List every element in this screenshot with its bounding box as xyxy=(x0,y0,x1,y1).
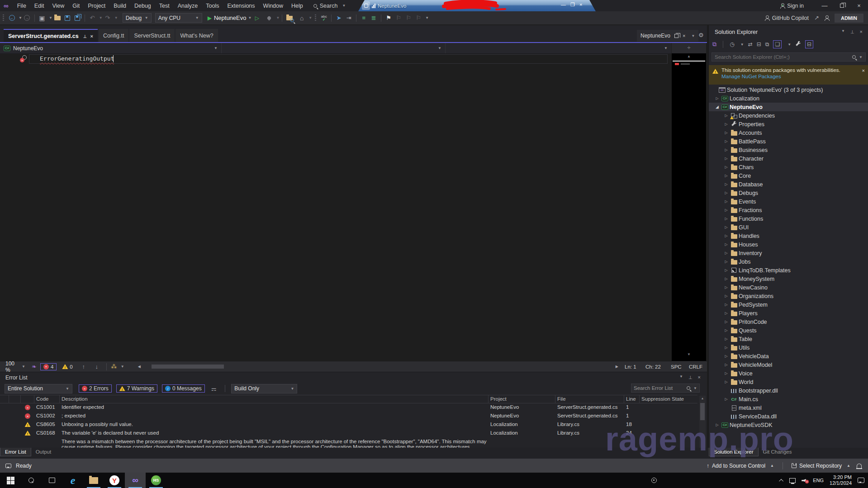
share-icon[interactable]: ↗ xyxy=(814,14,819,21)
expander-icon[interactable]: ▷ xyxy=(723,346,729,350)
tree-item-battlepass[interactable]: ▷BattlePass xyxy=(709,137,868,146)
scroll-up-icon[interactable]: ▲ xyxy=(672,54,706,58)
bookmark-button[interactable]: ⚑ xyxy=(384,13,393,23)
scrollbar-thumb[interactable] xyxy=(700,403,705,420)
expander-icon[interactable]: ▷ xyxy=(723,156,729,161)
tree-item-accounts[interactable]: ▷Accounts xyxy=(709,128,868,137)
panel-tab-output[interactable]: Output xyxy=(31,448,56,456)
expander-icon[interactable]: ▷ xyxy=(723,363,729,367)
editor-settings-gear-icon[interactable]: ⚙ xyxy=(698,32,704,38)
expander-icon[interactable]: ▷ xyxy=(723,225,729,229)
menu-view[interactable]: View xyxy=(48,3,68,9)
scope-combobox[interactable]: Entire Solution ▼ xyxy=(5,384,72,393)
file-explorer-button[interactable] xyxy=(83,473,104,488)
expander-icon[interactable]: ▷ xyxy=(723,294,729,298)
notifications-bell-icon[interactable] xyxy=(857,464,862,468)
menu-file[interactable]: File xyxy=(13,3,30,9)
tab-list-dropdown-icon[interactable]: ▼ xyxy=(691,34,695,38)
window-position-dropdown-icon[interactable]: ▼ xyxy=(679,374,683,380)
tree-item-chars[interactable]: ▷Chars xyxy=(709,163,868,171)
tree-item-world[interactable]: ▷World xyxy=(709,378,868,386)
tree-item-fractions[interactable]: ▷Fractions xyxy=(709,206,868,214)
sync-with-active-document-icon[interactable]: ⇄ xyxy=(748,41,753,47)
tree-item-organizations[interactable]: ▷Organizations xyxy=(709,292,868,300)
overlay-close-button[interactable]: × xyxy=(579,2,582,8)
add-to-source-control-button[interactable]: ↑ Add to Source Control ▲ xyxy=(707,463,774,469)
feedback-bubble-icon[interactable] xyxy=(5,464,11,468)
promote-tab-icon[interactable] xyxy=(674,34,678,38)
panel-tab-solution-explorer[interactable]: Solution Explorer xyxy=(709,448,759,456)
start-without-debugging-button[interactable]: ▷ xyxy=(252,13,261,23)
menu-test[interactable]: Test xyxy=(155,3,174,9)
expander-icon[interactable]: ▷ xyxy=(723,148,729,152)
expander-icon[interactable]: ▷ xyxy=(723,337,729,341)
tree-item-neptuneevo[interactable]: ◢C#NeptuneEvo xyxy=(709,103,868,111)
scrollbar-thumb[interactable] xyxy=(152,365,224,369)
solution-explorer-search[interactable]: ▼ xyxy=(711,52,866,62)
expander-icon[interactable]: ▷ xyxy=(723,208,729,212)
expander-icon[interactable]: ▷ xyxy=(723,380,729,384)
expander-icon[interactable]: ▷ xyxy=(723,165,729,169)
tray-app-icon[interactable] xyxy=(651,478,657,483)
tree-item-pritoncode[interactable]: ▷PritonCode xyxy=(709,317,868,326)
feedback-icon[interactable] xyxy=(825,16,829,20)
menu-tools[interactable]: Tools xyxy=(202,3,223,9)
action-center-icon[interactable] xyxy=(858,478,864,483)
warning-indicator[interactable]: 0 xyxy=(62,364,72,370)
undo-button[interactable]: ↶ xyxy=(88,13,97,23)
tree-item-voice[interactable]: ▷Voice xyxy=(709,369,868,378)
header-cell-code[interactable]: Code xyxy=(34,395,60,403)
comment-lines-button[interactable]: ≣ xyxy=(369,13,378,23)
close-icon[interactable]: × xyxy=(698,374,701,380)
errors-filter-toggle[interactable]: × 2 Errors xyxy=(79,384,112,393)
tree-item-quests[interactable]: ▷Quests xyxy=(709,326,868,335)
tree-item-linqtodb-templates[interactable]: ▷LinqToDB.Templates xyxy=(709,266,868,275)
collapse-all-icon[interactable]: ⊟ xyxy=(757,41,761,47)
tree-item-meta-xml[interactable]: </>meta.xml xyxy=(709,403,868,412)
expander-icon[interactable]: ▷ xyxy=(723,131,729,135)
expander-icon[interactable]: ▷ xyxy=(723,251,729,255)
start-debugging-button[interactable]: ▶ NeptuneEvo ▼ xyxy=(208,13,252,23)
solution-configurations-combobox[interactable]: Debug ▼ xyxy=(123,13,152,23)
menu-window[interactable]: Window xyxy=(259,3,287,9)
expander-icon[interactable]: ▷ xyxy=(723,217,729,221)
tree-item-character[interactable]: ▷Character xyxy=(709,154,868,163)
expander-icon[interactable]: ▷ xyxy=(723,242,729,246)
tree-item-main-cs[interactable]: ▷C#Main.cs xyxy=(709,395,868,403)
new-project-dropdown-icon[interactable]: ▼ xyxy=(49,16,52,20)
tree-item-handles[interactable]: ▷Handles xyxy=(709,232,868,240)
expander-icon[interactable]: ▷ xyxy=(723,371,729,375)
chevron-down-icon[interactable]: ▼ xyxy=(740,43,744,47)
header-cell-project[interactable]: Project xyxy=(489,395,555,403)
close-tab-group-icon[interactable]: × xyxy=(683,33,685,38)
splitter-handle[interactable]: ÷ xyxy=(672,43,706,53)
menu-project[interactable]: Project xyxy=(84,3,109,9)
save-button[interactable] xyxy=(63,13,72,23)
error-row[interactable]: CS8605Unboxing a possibly null value.Loc… xyxy=(0,421,697,429)
error-list-scrollbar[interactable]: ▲ xyxy=(699,396,706,448)
yandex-browser-button[interactable]: Y xyxy=(104,473,125,488)
admin-button[interactable]: ADMIN xyxy=(835,14,863,23)
hs-app-button[interactable]: HS xyxy=(146,473,166,488)
tree-item-utils[interactable]: ▷Utils xyxy=(709,343,868,352)
expander-icon[interactable]: ▷ xyxy=(723,285,729,289)
expander-icon[interactable]: ▷ xyxy=(723,260,729,264)
expander-icon[interactable]: ◢ xyxy=(714,105,720,109)
expander-icon[interactable]: ▷ xyxy=(723,277,729,281)
tree-item-houses[interactable]: ▷Houses xyxy=(709,240,868,249)
switch-views-icon[interactable]: ⧉ xyxy=(712,41,716,48)
navigate-back-button[interactable]: ← xyxy=(7,13,16,23)
next-issue-arrow-icon[interactable]: ↓ xyxy=(92,362,101,372)
warnings-filter-toggle[interactable]: 7 Warnings xyxy=(116,384,157,393)
volume-muted-icon[interactable]: × xyxy=(802,478,807,483)
properties-icon[interactable]: ⧉ xyxy=(765,41,769,47)
editor-tab-serverstruct-tt[interactable]: ServerStruct.tt xyxy=(129,29,175,42)
overlay-minimize-button[interactable]: — xyxy=(561,2,566,8)
task-view-button[interactable] xyxy=(42,473,62,488)
overlay-restore-button[interactable]: ❐ xyxy=(570,2,575,8)
format-document-button[interactable]: ⇥ xyxy=(344,13,353,23)
tree-item-events[interactable]: ▷Events xyxy=(709,197,868,206)
tree-item-solution-neptuneevo-3-of-3-projects[interactable]: ∞Solution 'NeptuneEvo' (3 of 3 projects) xyxy=(709,85,868,94)
hot-reload-button[interactable] xyxy=(265,13,274,23)
github-copilot-button[interactable]: GitHub Copilot xyxy=(765,15,809,21)
